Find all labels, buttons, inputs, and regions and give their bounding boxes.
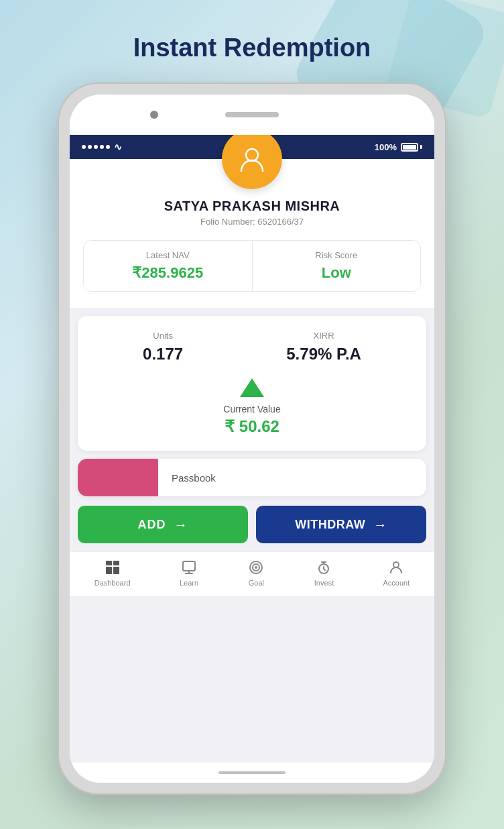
latest-nav-box: Latest NAV ₹285.9625 [84, 241, 253, 291]
wifi-icon: ∿ [114, 142, 122, 152]
current-value-label: Current Value [223, 404, 280, 414]
withdraw-label: WITHDRAW [295, 518, 365, 532]
user-name: SATYA PRAKASH MISHRA [164, 199, 340, 214]
status-right: 100% [375, 142, 422, 152]
svg-point-12 [393, 562, 399, 567]
dashboard-icon [104, 559, 121, 576]
add-button[interactable]: ADD → [78, 506, 248, 543]
risk-score-box: Risk Score Low [253, 241, 421, 291]
status-left: ∿ [82, 142, 122, 152]
user-icon [236, 143, 268, 175]
folio-number: Folio Number: 6520166/37 [200, 217, 304, 227]
camera-icon [150, 111, 158, 119]
latest-nav-label: Latest NAV [146, 250, 190, 260]
page-title: Instant Redemption [133, 34, 371, 62]
units-label: Units [153, 331, 173, 341]
svg-rect-1 [106, 561, 112, 565]
action-buttons: ADD → WITHDRAW → [78, 506, 426, 543]
svg-rect-2 [113, 561, 119, 565]
dashboard-label: Dashboard [94, 579, 131, 587]
account-icon [387, 559, 405, 576]
svg-rect-3 [106, 567, 112, 574]
phone-top-bezel [70, 95, 434, 135]
current-value-amount: ₹ 50.62 [225, 417, 279, 436]
learn-label: Learn [180, 579, 198, 587]
phone-inner: ∿ 9:41 AM 100% [70, 95, 434, 783]
xirr-label: XIRR [314, 331, 334, 341]
account-label: Account [383, 579, 410, 587]
passbook-label: Passbook [158, 459, 229, 496]
home-indicator [218, 771, 286, 774]
learn-icon [180, 559, 198, 576]
avatar [222, 129, 282, 189]
invest-icon [315, 559, 332, 576]
phone-shell: ∿ 9:41 AM 100% [58, 82, 446, 795]
signal-icon [82, 145, 110, 149]
add-arrow-icon: → [174, 517, 188, 533]
battery-percentage: 100% [375, 142, 397, 152]
phone-bottom-bezel [70, 763, 434, 783]
bottom-nav: Dashboard Learn [70, 551, 434, 596]
svg-rect-4 [113, 567, 119, 574]
passbook-active-tab[interactable] [78, 459, 158, 496]
sidebar-item-learn[interactable]: Learn [180, 559, 198, 587]
triangle-up-icon [240, 378, 264, 397]
units-box: Units 0.177 [143, 331, 183, 364]
profile-card: SATYA PRAKASH MISHRA Folio Number: 65201… [70, 159, 434, 308]
sidebar-item-goal[interactable]: Goal [247, 559, 265, 587]
invest-label: Invest [314, 579, 334, 587]
units-card: Units 0.177 XIRR 5.79% P.A Current Value… [78, 316, 426, 451]
battery-icon [401, 143, 422, 152]
add-label: ADD [138, 518, 166, 532]
passbook-row[interactable]: Passbook [78, 459, 426, 496]
sidebar-item-dashboard[interactable]: Dashboard [94, 559, 131, 587]
risk-score-value: Low [322, 264, 351, 282]
units-xirr-row: Units 0.177 XIRR 5.79% P.A [91, 331, 413, 364]
withdraw-arrow-icon: → [373, 517, 387, 533]
speaker-grille [225, 112, 279, 117]
goal-icon [247, 559, 265, 576]
xirr-value: 5.79% P.A [286, 345, 361, 364]
svg-point-0 [246, 149, 258, 161]
sidebar-item-invest[interactable]: Invest [314, 559, 334, 587]
risk-score-label: Risk Score [315, 250, 357, 260]
current-value-section: Current Value ₹ 50.62 [91, 378, 413, 436]
nav-score-row: Latest NAV ₹285.9625 Risk Score Low [83, 240, 421, 292]
sidebar-item-account[interactable]: Account [383, 559, 410, 587]
latest-nav-value: ₹285.9625 [132, 264, 203, 282]
units-value: 0.177 [143, 345, 183, 364]
withdraw-button[interactable]: WITHDRAW → [256, 506, 426, 543]
goal-label: Goal [249, 579, 264, 587]
xirr-box: XIRR 5.79% P.A [286, 331, 361, 364]
svg-rect-5 [183, 561, 195, 571]
app-content: SATYA PRAKASH MISHRA Folio Number: 65201… [70, 159, 434, 763]
svg-point-10 [255, 566, 257, 569]
